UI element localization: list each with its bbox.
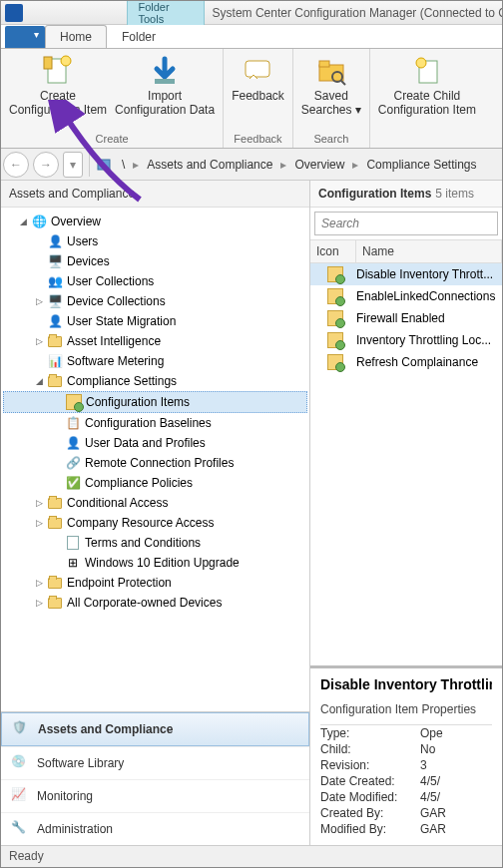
- workspace-label: Assets and Compliance: [38, 722, 173, 736]
- results-header: Configuration Items 5 items: [310, 181, 502, 208]
- tree-asset-intelligence[interactable]: ▷Asset Intelligence: [3, 331, 307, 351]
- create-child-label: Create Child Configuration Item: [378, 90, 476, 118]
- tree-software-metering[interactable]: 📊Software Metering: [3, 351, 307, 371]
- saved-searches-icon: [315, 55, 347, 87]
- feedback-button[interactable]: Feedback: [228, 51, 288, 132]
- property-row: Revision:3: [320, 757, 492, 773]
- breadcrumb-assets[interactable]: Assets and Compliance: [141, 158, 278, 172]
- create-child-ci-button[interactable]: Create Child Configuration Item: [374, 51, 480, 132]
- tree-label: All Corporate-owned Devices: [67, 596, 222, 610]
- list-body[interactable]: Disable Inventory Thrott... EnableLinked…: [310, 263, 502, 373]
- svg-point-2: [61, 56, 71, 66]
- tree-user-collections[interactable]: 👥User Collections: [3, 271, 307, 291]
- tree-label: Compliance Policies: [85, 476, 193, 490]
- list-item[interactable]: Disable Inventory Thrott...: [310, 263, 502, 285]
- tree-label: Users: [67, 234, 98, 248]
- folder-icon: [48, 376, 62, 387]
- chevron-right-icon: ▸: [350, 158, 360, 172]
- tree-configuration-baselines[interactable]: 📋Configuration Baselines: [3, 413, 307, 433]
- svg-rect-11: [98, 160, 110, 170]
- nav-back-button[interactable]: ←: [3, 152, 29, 178]
- workspace-monitoring[interactable]: 📈Monitoring: [1, 779, 309, 812]
- tree-label: Company Resource Access: [67, 516, 214, 530]
- tab-folder[interactable]: Folder: [107, 25, 171, 48]
- column-header-name[interactable]: Name: [356, 240, 502, 262]
- tree-win10-edition-upgrade[interactable]: ⊞Windows 10 Edition Upgrade: [3, 553, 307, 573]
- tree-terms-conditions[interactable]: Terms and Conditions: [3, 533, 307, 553]
- tree-label: Configuration Items: [86, 395, 190, 409]
- workspace-software-library[interactable]: 💿Software Library: [1, 746, 309, 779]
- metering-icon: 📊: [47, 353, 63, 369]
- tree-remote-connection-profiles[interactable]: 🔗Remote Connection Profiles: [3, 453, 307, 473]
- application-menu-button[interactable]: [5, 26, 45, 48]
- folder-icon: [48, 598, 62, 609]
- svg-point-10: [416, 58, 426, 68]
- navigation-tree[interactable]: ◢🌐Overview 👤Users 🖥️Devices 👥User Collec…: [1, 208, 309, 711]
- tree-corporate-devices[interactable]: ▷All Corporate-owned Devices: [3, 593, 307, 613]
- breadcrumb-overview[interactable]: Overview: [288, 158, 350, 172]
- workspace-administration[interactable]: 🔧Administration: [1, 812, 309, 845]
- import-configuration-data-button[interactable]: Import Configuration Data: [111, 51, 219, 132]
- group-label-create: Create: [96, 132, 129, 148]
- workspace-label: Administration: [37, 822, 113, 836]
- system-menu-icon[interactable]: [5, 4, 23, 22]
- tree-user-data-profiles[interactable]: 👤User Data and Profiles: [3, 433, 307, 453]
- create-ci-label: Create Configuration Item: [9, 90, 107, 118]
- windows-icon: ⊞: [65, 555, 81, 571]
- list-item[interactable]: Refresh Complainance: [310, 351, 502, 373]
- import-icon: [149, 55, 181, 87]
- tree-compliance-settings[interactable]: ◢Compliance Settings: [3, 371, 307, 391]
- ribbon-group-create: Create Configuration Item Import Configu…: [1, 49, 224, 148]
- tree-user-state-migration[interactable]: 👤User State Migration: [3, 311, 307, 331]
- tree-overview[interactable]: ◢🌐Overview: [3, 212, 307, 231]
- list-item[interactable]: Firewall Enabled: [310, 307, 502, 329]
- tree-compliance-policies[interactable]: ✅Compliance Policies: [3, 473, 307, 493]
- tree-label: Terms and Conditions: [85, 536, 201, 550]
- software-icon: 💿: [11, 754, 29, 772]
- status-bar: Ready: [1, 845, 502, 867]
- tree-configuration-items[interactable]: Configuration Items: [3, 391, 307, 413]
- tree-endpoint-protection[interactable]: ▷Endpoint Protection: [3, 573, 307, 593]
- tree-devices[interactable]: 🖥️Devices: [3, 251, 307, 271]
- saved-searches-button[interactable]: Saved Searches ▾: [297, 51, 365, 132]
- workspace-bar: 🛡️Assets and Compliance 💿Software Librar…: [1, 711, 309, 845]
- group-label-feedback: Feedback: [234, 132, 281, 148]
- tree-device-collections[interactable]: ▷🖥️Device Collections: [3, 291, 307, 311]
- users-icon: 👥: [47, 273, 63, 289]
- tree-company-resource-access[interactable]: ▷Company Resource Access: [3, 513, 307, 533]
- list-item-name: Disable Inventory Thrott...: [356, 267, 498, 281]
- create-configuration-item-button[interactable]: Create Configuration Item: [5, 51, 111, 132]
- list-item[interactable]: EnableLinkedConnections: [310, 285, 502, 307]
- search-input[interactable]: [314, 212, 498, 235]
- details-subtitle: Configuration Item Properties: [320, 698, 492, 725]
- remote-icon: 🔗: [65, 455, 81, 471]
- list-item-name: Firewall Enabled: [356, 311, 498, 325]
- tab-home[interactable]: Home: [45, 25, 107, 48]
- breadcrumb-bar: ← → ▾ \▸ Assets and Compliance▸ Overview…: [1, 149, 502, 181]
- svg-rect-6: [319, 61, 329, 67]
- ribbon-group-untitled: Create Child Configuration Item: [370, 49, 484, 148]
- folder-icon: [48, 578, 62, 589]
- column-header-icon[interactable]: Icon: [310, 240, 356, 262]
- tree-label: User State Migration: [67, 314, 176, 328]
- list-item[interactable]: Inventory Throttling Loc...: [310, 329, 502, 351]
- tree-conditional-access[interactable]: ▷Conditional Access: [3, 493, 307, 513]
- nav-dropdown-button[interactable]: ▾: [63, 152, 83, 178]
- details-pane: Disable Inventory Throttling L Configura…: [310, 665, 502, 845]
- admin-icon: 🔧: [11, 820, 29, 838]
- breadcrumb-root[interactable]: \: [116, 158, 131, 172]
- tree-users[interactable]: 👤Users: [3, 231, 307, 251]
- breadcrumb-compliance-settings[interactable]: Compliance Settings: [360, 158, 482, 172]
- tree-label: Remote Connection Profiles: [85, 456, 234, 470]
- property-row: Child:No: [320, 741, 492, 757]
- config-item-icon: [327, 288, 343, 304]
- nav-forward-button[interactable]: →: [33, 152, 59, 178]
- property-row: Modified By:GAR: [320, 821, 492, 837]
- overview-icon: 🌐: [31, 214, 47, 229]
- ribbon-tab-strip: Home Folder: [1, 25, 502, 49]
- folder-icon: [48, 498, 62, 509]
- workspace-label: Monitoring: [37, 789, 93, 803]
- workspace-assets-compliance[interactable]: 🛡️Assets and Compliance: [1, 712, 309, 746]
- property-row: Date Created:4/5/: [320, 773, 492, 789]
- baseline-icon: 📋: [65, 415, 81, 431]
